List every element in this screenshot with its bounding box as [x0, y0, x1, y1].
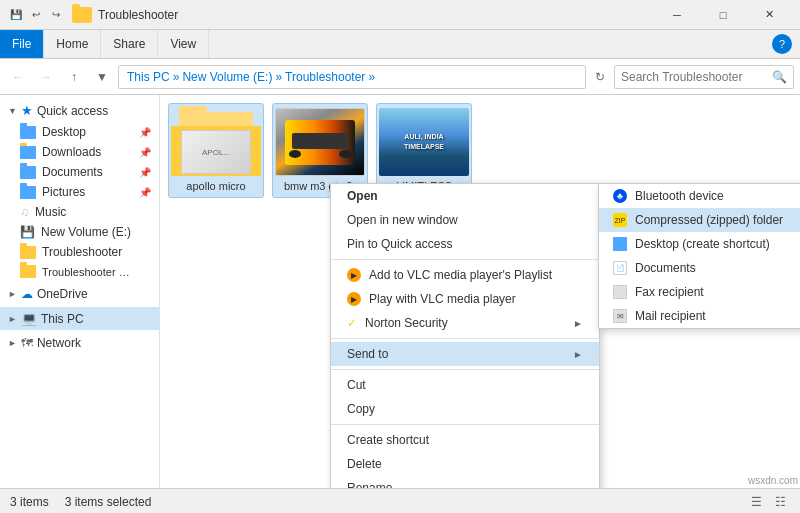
sub-compressed-label: Compressed (zipped) folder	[635, 213, 783, 227]
ctx-cut[interactable]: Cut	[331, 373, 599, 397]
ctx-rename[interactable]: Rename	[331, 476, 599, 488]
addressbar: ← → ↑ ▼ This PC » New Volume (E:) » Trou…	[0, 59, 800, 95]
path-newvolume[interactable]: New Volume (E:)	[182, 70, 272, 84]
sub-desktop[interactable]: Desktop (create shortcut)	[599, 232, 800, 256]
chevron-thispc-icon: ►	[8, 314, 17, 324]
sidebar-item-troubleshooterw[interactable]: Troubleshooter Wo...	[0, 262, 159, 281]
sidebar-header-quickaccess[interactable]: ▼ ★ Quick access	[0, 99, 159, 122]
sidebar-item-troubleshooter-label: Troubleshooter	[42, 245, 122, 259]
undo-icon[interactable]: ↩	[28, 7, 44, 23]
folder-thumb-img: APOL...	[181, 130, 251, 174]
ctx-sendto[interactable]: Send to ►	[331, 342, 599, 366]
ctx-open[interactable]: Open	[331, 184, 599, 208]
sidebar-item-newvolume[interactable]: 💾 New Volume (E:)	[0, 222, 159, 242]
tab-home[interactable]: Home	[44, 30, 101, 58]
pin-icon: 📌	[139, 127, 151, 138]
sidebar-header-network[interactable]: ► 🗺 Network	[0, 332, 159, 354]
ctx-cut-label: Cut	[347, 378, 366, 392]
ctx-vlc-play-left: ▶ Play with VLC media player	[347, 292, 516, 306]
ctx-open-new-window[interactable]: Open in new window	[331, 208, 599, 232]
troubleshooter-folder-icon	[20, 246, 36, 259]
sidebar-item-newvolume-label: New Volume (E:)	[41, 225, 131, 239]
sidebar-item-music[interactable]: ♫ Music	[0, 202, 159, 222]
ctx-copy-label: Copy	[347, 402, 375, 416]
sidebar-section-onedrive: ► ☁ OneDrive	[0, 283, 159, 305]
ctx-pin-quickaccess[interactable]: Pin to Quick access	[331, 232, 599, 256]
help-button[interactable]: ?	[772, 34, 792, 54]
ctx-create-shortcut[interactable]: Create shortcut	[331, 428, 599, 452]
sub-fax[interactable]: Fax recipient	[599, 280, 800, 304]
thispc-icon: 💻	[21, 311, 37, 326]
redo-icon[interactable]: ↪	[48, 7, 64, 23]
thispc-label: This PC	[41, 312, 84, 326]
window-title: Troubleshooter	[98, 8, 654, 22]
sidebar-item-pictures[interactable]: Pictures 📌	[0, 182, 159, 202]
grid-view-button[interactable]: ☷	[770, 492, 790, 512]
ctx-rename-label: Rename	[347, 481, 392, 488]
address-path[interactable]: This PC » New Volume (E:) » Troubleshoot…	[118, 65, 586, 89]
sidebar-section-quickaccess: ▼ ★ Quick access Desktop 📌 Downloads 📌 D…	[0, 99, 159, 281]
tab-share[interactable]: Share	[101, 30, 158, 58]
sub-bluetooth-label: Bluetooth device	[635, 189, 724, 203]
file-label-apollo: apollo micro	[186, 179, 245, 193]
sub-documents[interactable]: 📄 Documents	[599, 256, 800, 280]
forward-button[interactable]: →	[34, 65, 58, 89]
ctx-copy[interactable]: Copy	[331, 397, 599, 421]
quick-access-label: Quick access	[37, 104, 108, 118]
content-area[interactable]: APOL... apollo micro	[160, 95, 800, 488]
recent-button[interactable]: ▼	[90, 65, 114, 89]
file-item-apollo[interactable]: APOL... apollo micro	[168, 103, 264, 198]
back-button[interactable]: ←	[6, 65, 30, 89]
path-troubleshooter[interactable]: Troubleshooter	[285, 70, 365, 84]
watermark: wsxdn.com	[748, 475, 798, 486]
search-box[interactable]: 🔍	[614, 65, 794, 89]
sub-compressed[interactable]: ZIP Compressed (zipped) folder	[599, 208, 800, 232]
chevron-network-icon: ►	[8, 338, 17, 348]
ctx-delete[interactable]: Delete	[331, 452, 599, 476]
maximize-button[interactable]: □	[700, 0, 746, 30]
ctx-create-shortcut-label: Create shortcut	[347, 433, 429, 447]
folder-front: APOL...	[171, 126, 261, 176]
sidebar-item-downloads[interactable]: Downloads 📌	[0, 142, 159, 162]
troubleshooterw-folder-icon	[20, 265, 36, 278]
statusbar: 3 items 3 items selected ☰ ☷	[0, 488, 800, 513]
minimize-button[interactable]: ─	[654, 0, 700, 30]
view-controls: ☰ ☷	[746, 492, 790, 512]
ctx-vlc-playlist[interactable]: ▶ Add to VLC media player's Playlist	[331, 263, 599, 287]
mail-icon: ✉	[613, 309, 627, 323]
downloads-folder-icon	[20, 146, 36, 159]
save-icon[interactable]: 💾	[8, 7, 24, 23]
sub-bluetooth[interactable]: ♣ Bluetooth device	[599, 184, 800, 208]
refresh-button[interactable]: ↻	[590, 67, 610, 87]
send-to-submenu: ♣ Bluetooth device ZIP Compressed (zippe…	[598, 183, 800, 329]
sidebar-item-pictures-label: Pictures	[42, 185, 85, 199]
up-button[interactable]: ↑	[62, 65, 86, 89]
sidebar-item-downloads-label: Downloads	[42, 145, 101, 159]
ctx-separator-1	[331, 259, 599, 260]
titlebar: 💾 ↩ ↪ Troubleshooter ─ □ ✕	[0, 0, 800, 30]
music-icon: ♫	[20, 205, 29, 219]
sidebar-item-desktop[interactable]: Desktop 📌	[0, 122, 159, 142]
network-label: Network	[37, 336, 81, 350]
list-view-button[interactable]: ☰	[746, 492, 766, 512]
ctx-norton[interactable]: ✓ Norton Security ►	[331, 311, 599, 335]
close-button[interactable]: ✕	[746, 0, 792, 30]
onedrive-label: OneDrive	[37, 287, 88, 301]
tab-file[interactable]: File	[0, 30, 44, 58]
zip-icon: ZIP	[613, 213, 627, 227]
ctx-separator-3	[331, 369, 599, 370]
sub-fax-label: Fax recipient	[635, 285, 704, 299]
search-input[interactable]	[621, 70, 768, 84]
tab-view[interactable]: View	[158, 30, 209, 58]
sidebar-header-thispc[interactable]: ► 💻 This PC	[0, 307, 159, 330]
sub-mail-label: Mail recipient	[635, 309, 706, 323]
sidebar-item-desktop-label: Desktop	[42, 125, 86, 139]
sidebar-item-documents[interactable]: Documents 📌	[0, 162, 159, 182]
path-thispc[interactable]: This PC	[127, 70, 170, 84]
search-icon: 🔍	[772, 70, 787, 84]
sub-mail[interactable]: ✉ Mail recipient	[599, 304, 800, 328]
sidebar-item-troubleshooter[interactable]: Troubleshooter	[0, 242, 159, 262]
folder-thumbnail: APOL...	[171, 108, 261, 176]
sidebar-header-onedrive[interactable]: ► ☁ OneDrive	[0, 283, 159, 305]
ctx-vlc-play[interactable]: ▶ Play with VLC media player	[331, 287, 599, 311]
